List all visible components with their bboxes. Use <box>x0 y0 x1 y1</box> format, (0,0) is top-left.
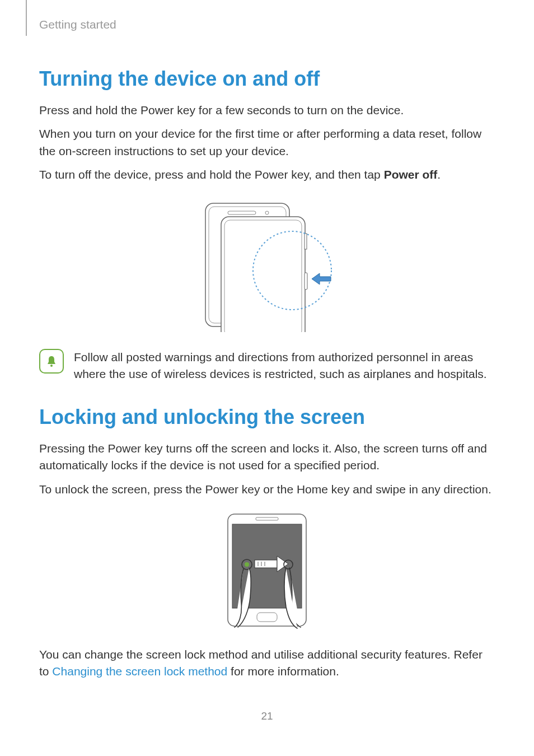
note-bell-icon <box>39 349 64 374</box>
svg-marker-9 <box>312 273 331 284</box>
note-block: Follow all posted warnings and direction… <box>39 349 495 383</box>
para-power-3a: To turn off the device, press and hold t… <box>39 168 384 181</box>
para-power-3: To turn off the device, press and hold t… <box>39 166 495 183</box>
svg-rect-6 <box>305 234 307 249</box>
link-change-lock-method[interactable]: Changing the screen lock method <box>52 665 227 678</box>
svg-point-10 <box>50 365 53 367</box>
para-lock-3: You can change the screen lock method an… <box>39 646 495 680</box>
heading-power: Turning the device on and off <box>39 67 495 91</box>
para-lock-3b: for more information. <box>227 665 339 678</box>
svg-rect-13 <box>256 517 278 520</box>
para-lock-2: To unlock the screen, press the Power ke… <box>39 481 495 498</box>
svg-rect-2 <box>228 211 256 214</box>
swipe-illustration <box>222 512 312 629</box>
figure-swipe <box>39 512 495 629</box>
figure-power-key <box>39 198 495 332</box>
svg-point-3 <box>265 211 269 214</box>
svg-point-21 <box>245 562 249 567</box>
page-body: Turning the device on and off Press and … <box>0 0 534 680</box>
header-section-label: Getting started <box>39 18 116 31</box>
page-number: 21 <box>0 710 534 722</box>
svg-rect-5 <box>224 220 302 332</box>
para-power-1: Press and hold the Power key for a few s… <box>39 102 495 119</box>
para-power-2: When you turn on your device for the fir… <box>39 125 495 160</box>
power-off-label: Power off <box>384 168 438 181</box>
note-text: Follow all posted warnings and direction… <box>74 349 495 383</box>
para-lock-1: Pressing the Power key turns off the scr… <box>39 440 495 474</box>
para-power-3c: . <box>437 168 441 181</box>
svg-rect-14 <box>257 613 277 622</box>
header-rule <box>26 0 27 36</box>
heading-lock: Locking and unlocking the screen <box>39 405 495 429</box>
svg-rect-7 <box>305 273 307 290</box>
phone-power-illustration <box>194 198 340 332</box>
